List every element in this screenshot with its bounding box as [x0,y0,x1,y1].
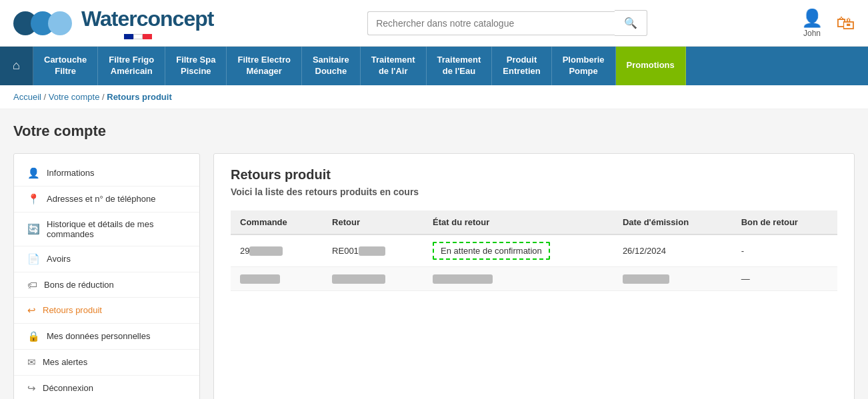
home-icon: ⌂ [13,59,20,73]
col-date: Date d'émission [613,210,732,234]
user-icon: 👤 [27,167,40,179]
mail-icon: ✉ [27,356,36,368]
page-title: Votre compte [13,123,855,140]
nav-item-sanitaire-douche[interactable]: SanitaireDouche [302,47,361,85]
panel-title: Retours produit [231,167,837,183]
search-input[interactable] [367,11,615,35]
main-content: Votre compte 👤 Informations 📍 Adresses e… [0,109,868,399]
sidebar-label-donnees-personnelles: Mes données personnelles [47,331,150,341]
sidebar-item-informations[interactable]: 👤 Informations [14,161,199,187]
nav-item-filtre-frigo-americain[interactable]: Filtre FrigoAméricain [98,47,165,85]
sidebar-label-historique: Historique et détails de mes commandes [47,219,186,239]
breadcrumb-current: Retours produit [107,92,172,102]
nav-label-cartouche-filtre: CartoucheFiltre [44,55,87,77]
breadcrumb-account[interactable]: Votre compte [49,92,100,102]
col-bon: Bon de retour [732,210,837,234]
sidebar-item-avoirs[interactable]: 📄 Avoirs [14,246,199,272]
flag-blue [124,34,133,39]
sidebar-label-retours-produit: Retours produit [43,305,102,315]
nav-item-traitement-air[interactable]: Traitementde l'Air [361,47,427,85]
sidebar-item-deconnexion[interactable]: ↪ Déconnexion [14,376,199,399]
nav-label-filtre-spa-piscine: Filtre SpaPiscine [176,55,215,77]
nav-label-filtre-electro-menager: Filtre ElectroMénager [237,55,290,77]
nav-label-produit-entretien: ProduitEntretien [503,55,540,77]
sidebar-label-alertes: Mes alertes [43,357,87,367]
search-button[interactable]: 🔍 [615,10,647,36]
logout-icon: ↪ [27,382,36,394]
table-row: 29•••• RE001••• En attente de confirmati… [231,234,837,267]
header: Waterconcept 🔍 👤 John 🛍 [0,0,868,47]
sidebar-item-adresses[interactable]: 📍 Adresses et n° de téléphone [14,187,199,212]
nav-item-filtre-spa-piscine[interactable]: Filtre SpaPiscine [165,47,227,85]
sidebar-item-retours-produit[interactable]: ↩ Retours produit [14,298,199,324]
col-commande: Commande [231,210,323,234]
breadcrumb-home[interactable]: Accueil [13,92,41,102]
nav-label-traitement-eau: Traitementde l'Eau [437,55,481,77]
sidebar-label-avoirs: Avoirs [47,254,71,264]
status-badge: En attente de confirmation [433,242,550,260]
nav-label-traitement-air: Traitementde l'Air [371,55,415,77]
sidebar-label-informations: Informations [47,168,95,178]
sidebar-label-deconnexion: Déconnexion [43,383,93,393]
cart-icon[interactable]: 🛍 [836,12,855,34]
cell-commande-1: 29•••• [231,234,323,267]
sidebar-item-alertes[interactable]: ✉ Mes alertes [14,350,199,376]
logo-circles [13,11,65,35]
sidebar-item-historique[interactable]: 🔄 Historique et détails de mes commandes [14,212,199,246]
nav-label-sanitaire-douche: SanitaireDouche [313,55,349,77]
nav-item-produit-entretien[interactable]: ProduitEntretien [492,47,551,85]
col-etat: État du retour [423,210,613,234]
sidebar-item-donnees-personnelles[interactable]: 🔒 Mes données personnelles [14,324,199,350]
table-header-row: Commande Retour État du retour Date d'ém… [231,210,837,234]
logo-area: Waterconcept [13,7,213,39]
cell-bon-2: — [732,266,837,291]
sidebar-label-bons-reduction: Bons de réduction [44,280,114,290]
main-panel: Retours produit Voici la liste des retou… [213,153,855,399]
logo-text: Waterconcept [81,7,213,31]
cell-etat-2: ••••••••• [423,266,613,291]
main-navigation: ⌂ CartoucheFiltre Filtre FrigoAméricain … [0,47,868,85]
nav-label-promotions: Promotions [627,60,675,71]
user-area: 👤 John 🛍 [801,8,855,38]
breadcrumb-separator-1: / [44,92,49,102]
nav-item-filtre-electro-menager[interactable]: Filtre ElectroMénager [227,47,301,85]
user-name: John [803,29,821,38]
blurred-retour-2: •••••••• [332,274,385,284]
logo-flag [124,34,213,39]
blurred-date-2: ••••••• [623,274,669,284]
blurred-commande-2: •••••• [240,274,280,284]
blurred-commande-1: •••• [249,246,283,256]
sidebar: 👤 Informations 📍 Adresses et n° de télép… [13,153,200,399]
nav-label-filtre-frigo-americain: Filtre FrigoAméricain [109,55,154,77]
nav-item-plomberie-pompe[interactable]: PlomberiePompe [552,47,616,85]
cell-date-1: 26/12/2024 [613,234,732,267]
document-icon: 📄 [27,253,40,265]
flag-white [133,34,143,39]
nav-label-plomberie-pompe: PlomberiePompe [563,55,605,77]
cell-retour-2: •••••••• [323,266,423,291]
content-wrapper: 👤 Informations 📍 Adresses et n° de télép… [13,153,855,399]
returns-table: Commande Retour État du retour Date d'ém… [231,210,837,292]
nav-item-traitement-eau[interactable]: Traitementde l'Eau [427,47,493,85]
nav-item-promotions[interactable]: Promotions [616,47,686,85]
cell-retour-1: RE001••• [323,234,423,267]
blurred-retour-1: ••• [359,246,385,256]
tag-icon: 🏷 [27,279,37,290]
return-icon: ↩ [27,304,36,316]
sidebar-label-adresses: Adresses et n° de téléphone [47,194,155,204]
cell-commande-2: •••••• [231,266,323,291]
sidebar-item-bons-reduction[interactable]: 🏷 Bons de réduction [14,272,199,298]
cell-bon-1: - [732,234,837,267]
blurred-etat-2: ••••••••• [433,274,493,284]
search-area: 🔍 [367,10,647,36]
cell-etat-1: En attente de confirmation [423,234,613,267]
breadcrumb: Accueil / Votre compte / Retours produit [0,85,868,109]
nav-home[interactable]: ⌂ [0,47,33,85]
lock-icon: 🔒 [27,330,40,342]
table-row: •••••• •••••••• ••••••••• ••••••• — [231,266,837,291]
user-profile-link[interactable]: 👤 John [801,8,823,38]
nav-item-cartouche-filtre[interactable]: CartoucheFiltre [33,47,98,85]
cell-date-2: ••••••• [613,266,732,291]
panel-subtitle: Voici la liste des retours produits en c… [231,187,837,197]
history-icon: 🔄 [27,223,40,235]
